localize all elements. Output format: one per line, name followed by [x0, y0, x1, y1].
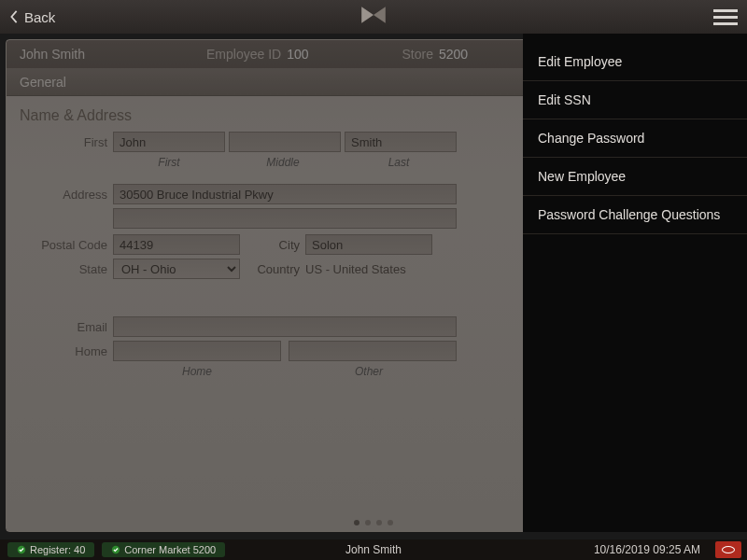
menu-password-questions[interactable]: Password Challenge Questions — [523, 196, 747, 234]
menu-edit-ssn[interactable]: Edit SSN — [523, 81, 747, 119]
menu-new-employee[interactable]: New Employee — [523, 158, 747, 196]
status-register[interactable]: Register: 40 — [7, 542, 94, 557]
menu-button[interactable] — [713, 6, 738, 29]
back-label: Back — [24, 9, 55, 25]
status-bar: Register: 40 Corner Market 5200 John Smi… — [0, 539, 747, 560]
check-icon — [111, 545, 120, 554]
menu-change-password[interactable]: Change Password — [523, 119, 747, 158]
check-icon — [17, 545, 26, 554]
chevron-left-icon — [7, 10, 21, 23]
menu-edit-employee[interactable]: Edit Employee — [523, 43, 747, 81]
status-datetime: 10/16/2019 09:25 AM — [594, 543, 700, 556]
status-store[interactable]: Corner Market 5200 — [102, 542, 225, 557]
app-logo — [359, 5, 388, 29]
context-menu: Edit Employee Edit SSN Change Password N… — [523, 34, 747, 532]
oracle-logo — [715, 541, 741, 558]
back-button[interactable]: Back — [0, 9, 55, 25]
status-user: John Smith — [345, 543, 402, 556]
